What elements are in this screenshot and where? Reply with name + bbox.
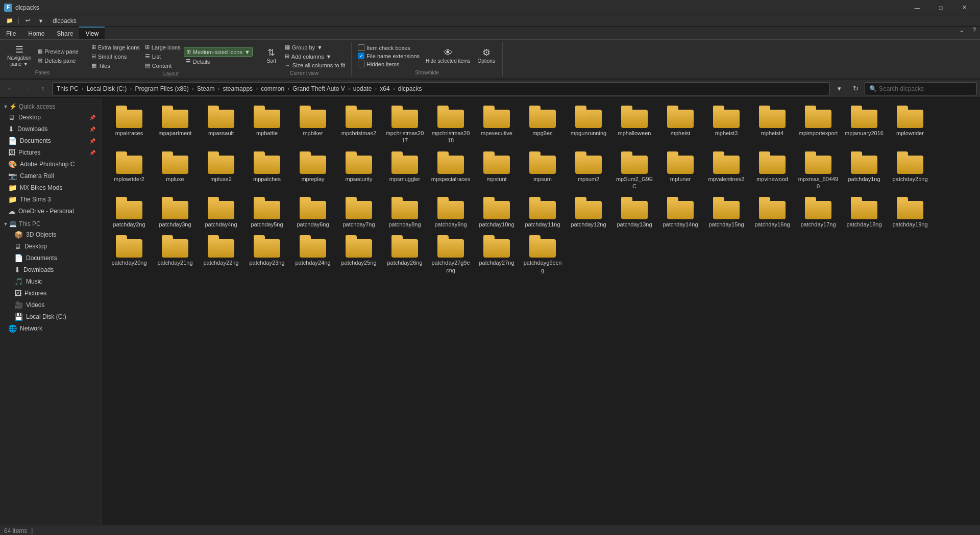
tab-home[interactable]: Home	[22, 27, 51, 39]
file-item[interactable]: mpluxe2	[198, 148, 244, 194]
hide-selected-button[interactable]: 👁 Hide selected items	[423, 46, 473, 66]
file-item[interactable]: patchday4ng	[198, 193, 244, 232]
file-item[interactable]: patchday20ng	[106, 232, 152, 277]
file-item[interactable]: patchday2ng	[106, 193, 152, 232]
addr-gta5[interactable]: Grand Theft Auto V	[292, 85, 345, 92]
file-item[interactable]: patchday22ng	[198, 232, 244, 277]
minimize-button[interactable]: —	[905, 0, 929, 15]
sidebar-item-camera-roll[interactable]: 📷 Camera Roll	[2, 170, 100, 182]
maximize-button[interactable]: □	[929, 0, 952, 15]
navigation-pane-button[interactable]: ☰ Navigationpane ▼	[4, 43, 34, 69]
file-item[interactable]: patchday12ng	[566, 193, 611, 232]
file-item[interactable]: mphalloween	[611, 102, 657, 148]
content-button[interactable]: ▤ Content	[143, 61, 183, 70]
file-item[interactable]: patchday16ng	[749, 193, 795, 232]
refresh-button[interactable]: ↻	[848, 82, 863, 96]
file-item[interactable]: mpheist3	[703, 102, 749, 148]
file-item[interactable]: mpimportexport	[795, 102, 841, 148]
tab-share[interactable]: Share	[51, 27, 79, 39]
help-button[interactable]: ?	[968, 27, 980, 39]
group-by-button[interactable]: ▦ Group by ▼	[283, 43, 347, 52]
qt-undo-button[interactable]: ↩	[22, 15, 33, 27]
hidden-items-toggle[interactable]: Hidden items	[356, 60, 422, 68]
file-item[interactable]: mpexecutive	[474, 102, 520, 148]
sidebar-item-videos[interactable]: 🎥 Videos	[2, 299, 100, 311]
addr-steamapps[interactable]: steamapps	[223, 85, 253, 92]
file-item[interactable]: mpchristmas2017	[382, 102, 428, 148]
list-button[interactable]: ☰ List	[143, 52, 183, 61]
file-item[interactable]: mpspecialraces	[428, 148, 474, 194]
file-item[interactable]: patchday11ng	[520, 193, 566, 232]
sidebar-item-pictures2[interactable]: 🖼 Pictures	[2, 288, 100, 299]
sidebar-item-documents2[interactable]: 📄 Documents	[2, 252, 100, 264]
addr-dropdown-button[interactable]: ▾	[832, 82, 846, 96]
file-item[interactable]: mpstunt	[474, 148, 520, 194]
item-checkboxes-toggle[interactable]: Item check boxes	[356, 44, 422, 52]
back-button[interactable]: ←	[3, 82, 17, 96]
addr-x64[interactable]: x64	[380, 85, 389, 92]
file-item[interactable]: patchday23ng	[244, 232, 290, 277]
sidebar-item-onedrive[interactable]: ☁ OneDrive - Personal	[2, 206, 100, 217]
file-item[interactable]: patchday7ng	[336, 193, 382, 232]
file-item[interactable]: patchday2bng	[887, 148, 933, 194]
file-item[interactable]: mpbattle	[244, 102, 290, 148]
file-item[interactable]: patchday25ng	[336, 232, 382, 277]
file-item[interactable]: mpsum2	[566, 148, 611, 194]
file-item[interactable]: patchday13ng	[611, 193, 657, 232]
ribbon-expand-button[interactable]: ⌄	[955, 27, 968, 39]
tab-file[interactable]: File	[0, 27, 22, 39]
addr-dlcpacks[interactable]: dlcpacks	[398, 85, 422, 92]
file-item[interactable]: patchday6ng	[290, 193, 336, 232]
sidebar-item-local-disk[interactable]: 💾 Local Disk (C:)	[2, 311, 100, 322]
small-icons-button[interactable]: ⊟ Small icons	[89, 52, 142, 61]
file-item[interactable]: patchday17ng	[795, 193, 841, 232]
sidebar-item-sims3[interactable]: 📁 The Sims 3	[2, 194, 100, 205]
sidebar-item-documents[interactable]: 📄 Documents 📌	[2, 135, 100, 146]
file-item[interactable]: mptuner	[657, 148, 703, 194]
search-bar[interactable]: 🔍 Search dlcpacks	[865, 82, 977, 95]
qt-properties-button[interactable]: 📁	[4, 15, 15, 27]
file-item[interactable]: patchday26ng	[382, 232, 428, 277]
file-item[interactable]: patchday27g9ecng	[428, 232, 474, 277]
file-item[interactable]: mplowrider2	[106, 148, 152, 194]
details-pane-button[interactable]: ▤ Details pane	[35, 56, 81, 65]
qt-dropdown-button[interactable]: ▼	[35, 15, 46, 27]
file-item[interactable]: mpxmas_604490	[795, 148, 841, 194]
file-item[interactable]: mpheist	[657, 102, 703, 148]
close-button[interactable]: ✕	[952, 0, 976, 15]
file-item[interactable]: mplowrider	[887, 102, 933, 148]
sort-button[interactable]: ⇅ Sort	[261, 46, 282, 66]
file-item[interactable]: mpsum	[520, 148, 566, 194]
sidebar-item-network[interactable]: 🌐 Network	[2, 323, 100, 334]
file-item[interactable]: mpg9ec	[520, 102, 566, 148]
sidebar-item-3d-objects[interactable]: 📦 3D Objects	[2, 229, 100, 240]
quick-access-header[interactable]: ▾ ⚡ Quick access	[0, 100, 102, 111]
add-columns-button[interactable]: ⊞ Add columns ▼	[283, 52, 347, 61]
file-item[interactable]: mpgunrunning	[566, 102, 611, 148]
file-item[interactable]: patchday18ng	[841, 193, 887, 232]
file-item[interactable]: mpsmuggler	[382, 148, 428, 194]
file-item[interactable]: mpvalentines2	[703, 148, 749, 194]
addr-local-disk[interactable]: Local Disk (C:)	[87, 85, 127, 92]
file-item[interactable]: mpsecurity	[336, 148, 382, 194]
tab-view[interactable]: View	[79, 27, 105, 39]
file-item[interactable]: mpreplay	[290, 148, 336, 194]
file-area[interactable]: mpairraces mpapartment mpassault mpbattl…	[102, 98, 980, 525]
file-item[interactable]: patchday9ng	[428, 193, 474, 232]
preview-pane-button[interactable]: ▦ Preview pane	[35, 47, 81, 56]
sidebar-item-desktop2[interactable]: 🖥 Desktop	[2, 241, 100, 252]
options-button[interactable]: ⚙ Options	[474, 46, 498, 66]
addr-program-files[interactable]: Program Files (x86)	[135, 85, 188, 92]
address-bar[interactable]: This PC › Local Disk (C:) › Program File…	[52, 82, 830, 95]
file-item[interactable]: mpapartment	[152, 102, 198, 148]
file-item[interactable]: patchday15ng	[703, 193, 749, 232]
file-item[interactable]: patchday5ng	[244, 193, 290, 232]
addr-this-pc[interactable]: This PC	[57, 85, 79, 92]
file-item[interactable]: mpluxe	[152, 148, 198, 194]
sidebar-item-music[interactable]: 🎵 Music	[2, 276, 100, 287]
file-item[interactable]: mpairraces	[106, 102, 152, 148]
medium-icons-button[interactable]: ⊞ Medium-sized icons ▼	[184, 47, 253, 57]
file-item[interactable]: patchday3ng	[152, 193, 198, 232]
file-item[interactable]: patchday19ng	[887, 193, 933, 232]
file-item[interactable]: patchday1ng	[841, 148, 887, 194]
